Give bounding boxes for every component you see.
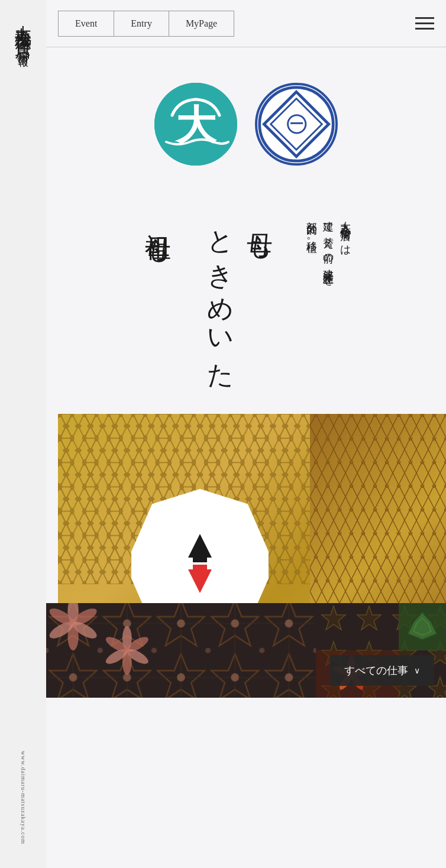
hamburger-line-3: [415, 28, 434, 30]
photo-section: 5 6 6 7 8 9 10 B1 B2 1 2 3 4 4 5: [46, 414, 446, 698]
logo-blue-svg: ㊀: [257, 83, 335, 166]
sidebar-url: www.daimaru-matsuzakaya.com: [20, 751, 27, 844]
tab-event[interactable]: Event: [59, 11, 114, 36]
hero-text-col3: 大丸心斎橋店では建て替え前の建築意匠を部分的に移植。: [303, 213, 354, 282]
svg-text:㊀: ㊀: [286, 112, 307, 135]
svg-rect-31: [193, 556, 207, 562]
all-jobs-button[interactable]: すべての仕事 ∨: [330, 655, 434, 686]
hamburger-line-1: [415, 17, 434, 19]
main-content: Event Entry MyPage 大: [46, 0, 446, 868]
text-section: 祖母も 母もときめいた 大丸心斎橋店では建て替え前の建築意匠を部分的に移植。: [46, 213, 446, 414]
logo-section: 大 ㊀: [46, 47, 446, 213]
all-jobs-label: すべての仕事: [344, 663, 408, 678]
bottom-mosaic-left: [46, 603, 316, 698]
hamburger-menu[interactable]: [415, 17, 434, 30]
sidebar: 大丸松坂屋百貨店 採用情報 www.daimaru-matsuzakaya.co…: [0, 0, 46, 868]
chevron-down-icon: ∨: [414, 666, 420, 676]
header-nav: Event Entry MyPage: [46, 0, 446, 47]
nav-tabs: Event Entry MyPage: [58, 11, 234, 37]
logo-teal-svg: 大: [154, 83, 237, 166]
tab-mypage[interactable]: MyPage: [169, 11, 234, 36]
logo-daimaru: 大: [154, 83, 237, 166]
sidebar-store-name: 大丸松坂屋百貨店: [13, 12, 33, 31]
hamburger-line-2: [415, 22, 434, 24]
hero-text-col2: 母もときめいた: [201, 213, 279, 378]
svg-rect-33: [193, 565, 207, 571]
sidebar-subtitle: 採用情報: [16, 43, 30, 50]
logo-matsuzakaya: ㊀: [255, 83, 338, 166]
tab-entry[interactable]: Entry: [114, 11, 169, 36]
hero-text-col1: 祖母も: [138, 213, 177, 253]
